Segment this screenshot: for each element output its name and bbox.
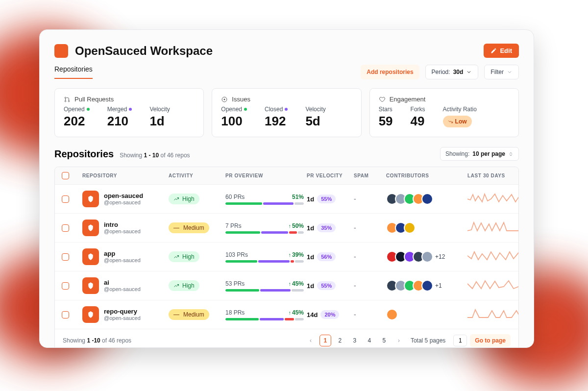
pr-count: 53 PRs — [225, 280, 245, 287]
svg-point-1 — [65, 100, 66, 102]
goto-page-button[interactable]: Go to page — [470, 334, 511, 347]
velocity-percent: 55% — [317, 195, 336, 203]
status-dot-icon — [244, 108, 247, 111]
svg-point-4 — [224, 98, 225, 100]
col-pr-velocity: PR VELOCITY — [307, 173, 351, 178]
add-repositories-button[interactable]: Add repositories — [361, 65, 419, 79]
contributors — [386, 193, 465, 205]
workspace-frame: OpenSauced Workspace Edit Repositories A… — [39, 29, 534, 348]
repo-name: app — [104, 250, 141, 257]
pr-percent: 45% — [288, 280, 304, 287]
repo-org: @open-sauced — [104, 257, 141, 263]
row-checkbox[interactable] — [62, 253, 69, 261]
page-button-1[interactable]: 1 — [319, 335, 331, 346]
edit-button[interactable]: Edit — [484, 44, 519, 58]
status-dot-icon — [285, 108, 288, 111]
trend-up-icon — [173, 254, 179, 260]
status-dot-icon — [87, 108, 90, 111]
filter-label: Filter — [490, 69, 504, 75]
table-row[interactable]: app@open-saucedHigh103 PRs39%1d56%-+12 — [55, 243, 518, 271]
repo-org: @open-sauced — [104, 228, 141, 234]
metric-label: Merged — [107, 106, 127, 113]
select-all-checkbox[interactable] — [62, 172, 69, 179]
pagination: ‹ 12345› Total 5 pages Go to page — [305, 334, 511, 347]
repo-org: @open-sauced — [104, 199, 143, 205]
row-checkbox[interactable] — [62, 311, 69, 318]
prev-page-button[interactable]: ‹ — [305, 335, 317, 346]
heart-icon — [379, 96, 386, 103]
total-pages-label: Total 5 pages — [411, 337, 445, 344]
per-page-select[interactable]: Showing: 10 per page — [440, 147, 519, 161]
repo-name: ai — [104, 279, 141, 286]
contributors-more: +1 — [435, 282, 442, 289]
row-checkbox[interactable] — [62, 224, 69, 232]
page-button-2[interactable]: 2 — [334, 335, 346, 346]
velocity-percent: 55% — [317, 281, 336, 290]
filter-button[interactable]: Filter — [484, 65, 519, 79]
col-spam: SPAM — [354, 173, 383, 178]
header: OpenSauced Workspace Edit — [54, 44, 519, 58]
repo-icon — [82, 220, 99, 236]
chevron-down-icon — [466, 69, 472, 75]
pr-bar — [225, 289, 304, 292]
velocity-value: 1d — [307, 253, 314, 261]
metric-label: Activity Ratio — [443, 106, 477, 113]
repo-name: intro — [104, 221, 141, 228]
velocity-value: 1d — [307, 282, 314, 290]
metric-value: 1d — [149, 114, 170, 129]
table-row[interactable]: ai@open-saucedHigh53 PRs45%1d55%-+1 — [55, 271, 518, 300]
col-contributors: CONTRIBUTORS — [386, 173, 465, 178]
row-checkbox[interactable] — [62, 196, 69, 203]
repo-name: repo-query — [104, 308, 141, 315]
repos-showing-text: Showing 1 - 10 of 46 repos — [120, 152, 190, 159]
pr-count: 7 PRs — [225, 222, 242, 229]
contributors: +12 — [386, 251, 465, 263]
pr-percent: 51% — [292, 194, 304, 200]
spam-value: - — [354, 282, 383, 290]
pr-bar — [225, 202, 304, 205]
metric-value: 49 — [411, 114, 425, 129]
footer-showing-text: Showing 1 -10 of 46 repos — [63, 337, 131, 344]
repo-org: @open-sauced — [104, 315, 141, 321]
pr-count: 60 PRs — [225, 194, 245, 200]
card-title: Engagement — [390, 96, 426, 103]
pr-percent: 50% — [288, 222, 304, 229]
repo-org: @open-sauced — [104, 286, 141, 292]
tab-repositories[interactable]: Repositories — [54, 65, 93, 79]
metric-label: Velocity — [149, 106, 170, 113]
pr-bar — [225, 260, 304, 263]
trend-up-icon — [173, 283, 179, 289]
per-page-prefix: Showing: — [445, 150, 469, 157]
period-value: 30d — [453, 69, 464, 75]
metric-label: Stars — [379, 106, 393, 113]
period-select[interactable]: Period: 30d — [425, 65, 479, 79]
activity-badge: Medium — [169, 309, 209, 320]
activity-badge: High — [169, 251, 199, 262]
pr-count: 103 PRs — [225, 251, 248, 258]
goto-page-input[interactable] — [453, 335, 467, 346]
velocity-percent: 20% — [320, 310, 339, 319]
activity-badge: High — [169, 280, 199, 291]
edit-button-label: Edit — [500, 47, 512, 54]
page-button-5[interactable]: 5 — [378, 335, 390, 346]
repo-name: open-sauced — [104, 193, 143, 199]
table-header: REPOSITORY ACTIVITY PR OVERVIEW PR VELOC… — [55, 167, 518, 185]
sparkline — [467, 307, 519, 320]
repos-table: REPOSITORY ACTIVITY PR OVERVIEW PR VELOC… — [54, 167, 519, 348]
page-button-3[interactable]: 3 — [349, 335, 361, 346]
activity-badge: Medium — [169, 222, 209, 233]
avatar — [421, 251, 433, 263]
velocity-percent: 35% — [317, 223, 336, 232]
issue-icon — [221, 96, 228, 103]
tabs-row: Repositories Add repositories Period: 30… — [54, 65, 519, 79]
table-row[interactable]: intro@open-saucedMedium7 PRs50%1d35%- — [55, 214, 518, 243]
table-row[interactable]: repo-query@open-saucedMedium18 PRs45%14d… — [55, 300, 518, 329]
metric-value: 192 — [265, 114, 288, 129]
next-page-button[interactable]: › — [393, 335, 405, 346]
trend-down-icon — [448, 119, 453, 124]
page-button-4[interactable]: 4 — [364, 335, 375, 346]
row-checkbox[interactable] — [62, 282, 69, 290]
velocity-value: 1d — [307, 196, 314, 203]
table-row[interactable]: open-sauced@open-saucedHigh60 PRs51%1d55… — [55, 185, 518, 214]
pr-percent: 39% — [288, 251, 304, 258]
